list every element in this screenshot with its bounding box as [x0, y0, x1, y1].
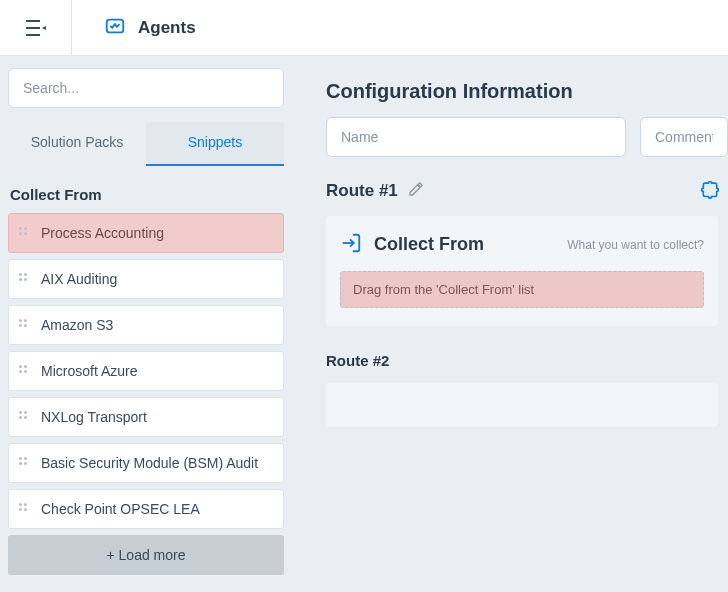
drag-handle-icon[interactable]: [19, 411, 31, 423]
load-more-button[interactable]: + Load more: [8, 535, 284, 575]
collect-hint: What you want to collect?: [567, 238, 704, 252]
collect-title: Collect From: [374, 234, 484, 255]
drag-handle-icon[interactable]: [19, 273, 31, 285]
list-item[interactable]: NXLog Transport: [8, 397, 284, 437]
arrow-into-box-icon: [340, 232, 362, 257]
config-title: Configuration Information: [326, 80, 728, 103]
route-1-title: Route #1: [326, 181, 398, 201]
list-item[interactable]: AIX Auditing: [8, 259, 284, 299]
collect-from-card: Collect From What you want to collect? D…: [326, 216, 718, 326]
list-item[interactable]: Amazon S3: [8, 305, 284, 345]
list-item[interactable]: Check Point OPSEC LEA: [8, 489, 284, 529]
comment-field[interactable]: [640, 117, 728, 157]
search-input-wrap[interactable]: [8, 68, 284, 108]
tab-snippets[interactable]: Snippets: [146, 122, 284, 166]
name-field[interactable]: [326, 117, 626, 157]
puzzle-icon[interactable]: [700, 179, 720, 202]
drag-handle-icon[interactable]: [19, 503, 31, 515]
svg-rect-4: [107, 20, 124, 33]
drag-handle-icon[interactable]: [19, 227, 31, 239]
drag-handle-icon[interactable]: [19, 365, 31, 377]
list-item-label: Microsoft Azure: [41, 363, 137, 379]
list-item[interactable]: Process Accounting: [8, 213, 284, 253]
route-2-title: Route #2: [326, 352, 728, 369]
page-title: Agents: [138, 18, 196, 38]
collect-from-header: Collect From: [8, 186, 284, 203]
agents-icon: [104, 15, 126, 40]
sidebar-toggle[interactable]: [0, 0, 72, 55]
list-item-label: Amazon S3: [41, 317, 113, 333]
tab-solution-packs[interactable]: Solution Packs: [8, 122, 146, 166]
svg-marker-3: [42, 26, 46, 30]
list-item-label: Check Point OPSEC LEA: [41, 501, 200, 517]
list-item[interactable]: Microsoft Azure: [8, 351, 284, 391]
pencil-icon[interactable]: [408, 181, 424, 200]
list-item-label: Basic Security Module (BSM) Audit: [41, 455, 258, 471]
drag-handle-icon[interactable]: [19, 319, 31, 331]
drag-handle-icon[interactable]: [19, 457, 31, 469]
drop-zone[interactable]: Drag from the 'Collect From' list: [340, 271, 704, 308]
list-item[interactable]: Basic Security Module (BSM) Audit: [8, 443, 284, 483]
route-2-card: [326, 383, 718, 427]
list-item-label: Process Accounting: [41, 225, 164, 241]
list-item-label: NXLog Transport: [41, 409, 147, 425]
search-input[interactable]: [23, 80, 269, 96]
list-item-label: AIX Auditing: [41, 271, 117, 287]
